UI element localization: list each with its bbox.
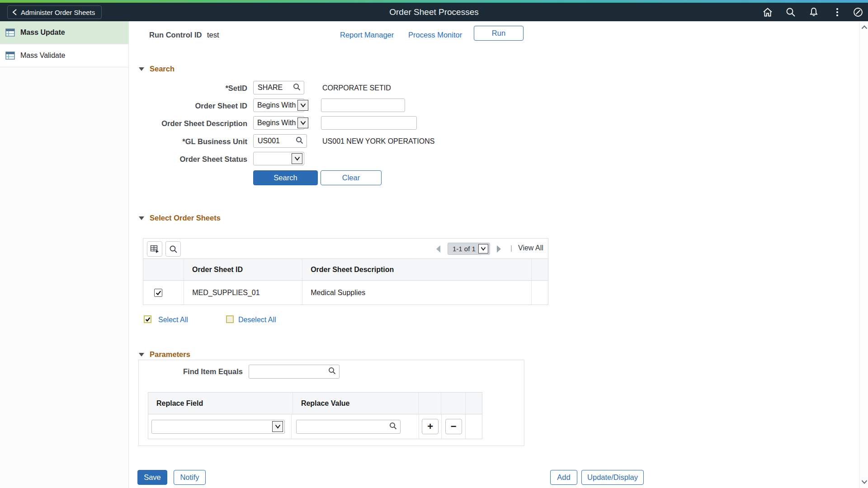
grid-header-row: Order Sheet ID Order Sheet Description — [143, 259, 548, 281]
find-item-lookup-field[interactable] — [249, 365, 340, 379]
notifications-icon[interactable] — [808, 7, 819, 18]
pagination-separator: | — [510, 244, 512, 252]
replace-table-header-row: Replace Field Replace Value — [148, 393, 482, 414]
setid-label: *SetID — [129, 84, 247, 93]
report-manager-link[interactable]: Report Manager — [340, 31, 394, 39]
back-button[interactable]: Administer Order Sheets — [7, 5, 102, 19]
find-magnifier-icon — [169, 245, 178, 253]
add-button[interactable]: Add — [550, 470, 577, 485]
row-order-sheet-description: Medical Supplies — [302, 281, 532, 305]
select-chevron-icon — [297, 117, 308, 128]
row-order-sheet-id: MED_SUPPLIES_01 — [184, 281, 302, 305]
gl-business-unit-input[interactable] — [254, 135, 296, 147]
select-chevron-icon — [297, 100, 308, 111]
left-navigation-sidebar: Mass Update Mass Validate — [0, 21, 129, 488]
run-control-id-label: Run Control ID — [149, 31, 202, 39]
next-page-icon[interactable] — [497, 245, 501, 253]
operator-value: Begins With — [254, 101, 297, 109]
vertical-scrollbar[interactable] — [859, 21, 868, 488]
replace-field-select[interactable] — [151, 420, 285, 434]
back-button-label: Administer Order Sheets — [21, 9, 95, 16]
order-sheet-description-field[interactable] — [321, 116, 417, 130]
scroll-down-icon[interactable] — [860, 478, 868, 486]
navbar-compass-icon[interactable] — [853, 7, 863, 18]
parameters-panel: Find Item Equals Replace Field Replace V… — [138, 360, 524, 446]
notify-button[interactable]: Notify — [174, 470, 206, 485]
grid-find-button[interactable] — [165, 241, 181, 257]
page-grid-icon — [5, 28, 15, 37]
spacer-column-header — [532, 259, 548, 280]
lookup-magnifier-icon[interactable] — [389, 422, 397, 432]
column-header-replace-value: Replace Value — [293, 393, 419, 414]
table-row: + − — [148, 414, 482, 439]
pagination-range: 1-1 of 1 — [453, 245, 476, 253]
order-sheet-status-select[interactable] — [253, 152, 304, 165]
top-header-bar: Order Sheet Processes Administer Order S… — [0, 3, 868, 21]
order-sheet-id-input[interactable] — [321, 99, 405, 112]
order-sheet-description-operator-select[interactable]: Begins With — [253, 116, 304, 130]
order-sheet-description-input[interactable] — [321, 117, 416, 129]
column-header-replace-field: Replace Field — [148, 393, 293, 414]
table-row: MED_SUPPLIES_01 Medical Supplies — [143, 281, 548, 305]
remove-row-button[interactable]: − — [445, 419, 462, 434]
grid-menu-icon — [150, 244, 159, 253]
order-sheet-id-label: Order Sheet ID — [129, 102, 247, 110]
parameters-section-header[interactable]: Parameters — [139, 350, 190, 359]
column-header-order-sheet-description: Order Sheet Description — [302, 259, 532, 280]
home-icon[interactable] — [762, 7, 773, 18]
scroll-up-icon[interactable] — [860, 23, 868, 31]
view-all-link[interactable]: View All — [518, 244, 543, 252]
previous-page-icon[interactable] — [436, 245, 440, 253]
pagination-chevron-icon[interactable] — [478, 244, 488, 253]
order-sheets-grid: 1-1 of 1 | View All Order Sheet ID Order… — [143, 238, 548, 305]
process-monitor-link[interactable]: Process Monitor — [408, 31, 462, 39]
run-control-id-value: test — [207, 31, 219, 39]
update-display-button[interactable]: Update/Display — [581, 470, 644, 485]
add-column-header — [419, 393, 442, 414]
gl-business-unit-description: US001 NEW YORK OPERATIONS — [322, 137, 434, 145]
lookup-magnifier-icon[interactable] — [293, 83, 301, 93]
deselect-all-checkbox-icon[interactable] — [226, 315, 234, 323]
deselect-all-link[interactable]: Deselect All — [238, 316, 276, 324]
collapse-arrow-icon — [139, 353, 144, 357]
search-icon[interactable] — [785, 7, 796, 18]
remove-row-cell: − — [442, 414, 466, 439]
order-sheet-id-field[interactable] — [321, 99, 405, 112]
sidebar-item-mass-update[interactable]: Mass Update — [0, 21, 128, 44]
gl-business-unit-label: *GL Business Unit — [129, 137, 247, 146]
clear-button[interactable]: Clear — [321, 170, 382, 185]
lookup-magnifier-icon[interactable] — [296, 136, 303, 146]
select-all-link[interactable]: Select All — [158, 316, 188, 324]
add-row-cell: + — [419, 414, 442, 439]
row-checkbox[interactable] — [154, 289, 162, 297]
add-row-button[interactable]: + — [422, 419, 439, 434]
search-section-title: Search — [150, 65, 175, 73]
replace-field-cell — [148, 414, 292, 439]
pagination-range-control[interactable]: 1-1 of 1 — [448, 243, 490, 255]
find-item-input[interactable] — [249, 365, 328, 378]
grid-actions-button[interactable] — [147, 241, 162, 257]
run-button[interactable]: Run — [474, 26, 524, 41]
find-item-equals-label: Find Item Equals — [139, 367, 243, 376]
order-sheet-id-operator-select[interactable]: Begins With — [253, 99, 304, 112]
save-button[interactable]: Save — [137, 470, 167, 485]
sidebar-item-label: Mass Update — [20, 28, 65, 37]
setid-input[interactable] — [254, 81, 293, 94]
select-column-header — [143, 259, 184, 280]
search-section-header[interactable]: Search — [139, 65, 175, 73]
setid-lookup-field[interactable] — [253, 81, 304, 94]
search-button[interactable]: Search — [253, 170, 318, 185]
replace-value-lookup-field[interactable] — [296, 420, 401, 434]
gl-business-unit-lookup-field[interactable] — [253, 134, 307, 148]
select-all-checkbox-icon[interactable] — [144, 315, 151, 323]
order-sheet-status-label: Order Sheet Status — [129, 155, 247, 164]
operator-value: Begins With — [254, 119, 297, 127]
lookup-magnifier-icon[interactable] — [328, 367, 336, 376]
replace-value-input[interactable] — [297, 420, 389, 433]
sidebar-item-label: Mass Validate — [20, 52, 65, 60]
select-chevron-icon — [272, 421, 283, 432]
sidebar-item-mass-validate[interactable]: Mass Validate — [0, 44, 128, 67]
select-order-sheets-section-header[interactable]: Select Order Sheets — [139, 214, 221, 222]
back-chevron-icon — [12, 9, 17, 16]
more-actions-icon[interactable] — [832, 7, 843, 18]
